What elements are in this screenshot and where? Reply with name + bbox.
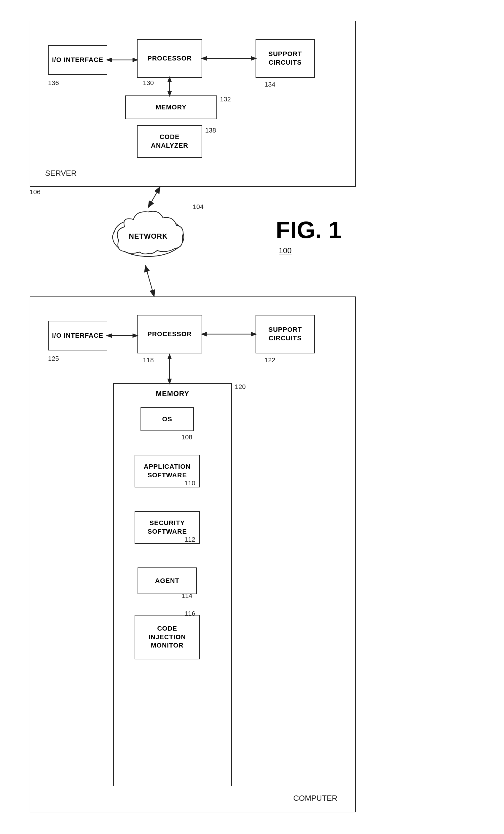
server-ref: 106 [30, 188, 41, 196]
computer-io-ref: 125 [48, 355, 59, 363]
computer-io-interface: I/O INTERFACE [48, 321, 107, 350]
computer-proc-ref: 118 [143, 356, 154, 364]
fig1-ref: 100 [279, 246, 291, 255]
computer-cim-ref: 116 [184, 610, 195, 618]
computer-agent: AGENT [137, 568, 197, 594]
computer-app-ref: 110 [184, 479, 195, 487]
computer-memory-box: MEMORY OS APPLICATION SOFTWARE SECURITY … [113, 383, 232, 786]
computer-label: COMPUTER [293, 794, 337, 803]
computer-support-circuits: SUPPORT CIRCUITS [256, 315, 315, 353]
server-support-circuits: SUPPORT CIRCUITS [256, 39, 315, 78]
server-io-ref: 136 [48, 79, 59, 87]
server-supp-ref: 134 [264, 81, 276, 88]
computer-memory-label: MEMORY [114, 390, 231, 398]
network-cloud-container: NETWORK [107, 204, 190, 265]
fig1-label: FIG. 1 [276, 216, 342, 244]
server-code-analyzer: CODE ANALYZER [137, 125, 202, 158]
computer-box: I/O INTERFACE 125 PROCESSOR 118 SUPPORT … [30, 297, 356, 812]
network-cloud-svg: NETWORK [107, 204, 190, 264]
computer-sec-ref: 112 [184, 536, 195, 544]
computer-processor: PROCESSOR [137, 315, 202, 353]
server-proc-ref: 130 [143, 79, 154, 87]
network-ref: 104 [193, 203, 204, 211]
computer-agent-ref: 114 [181, 592, 192, 600]
computer-supp-ref: 122 [264, 356, 276, 364]
server-mem-ref: 132 [220, 95, 231, 103]
server-box: I/O INTERFACE 136 PROCESSOR 130 SUPPORT … [30, 21, 356, 187]
computer-code-injection-monitor: CODE INJECTION MONITOR [135, 615, 200, 659]
server-io-interface: I/O INTERFACE [48, 45, 107, 75]
server-processor: PROCESSOR [137, 39, 202, 78]
server-ca-ref: 138 [205, 127, 216, 134]
network-computer-arrow [145, 265, 154, 297]
server-label: SERVER [45, 169, 76, 178]
computer-os: OS [140, 408, 194, 431]
computer-os-ref: 108 [181, 434, 192, 441]
computer-mem-ref: 120 [235, 383, 246, 391]
page: I/O INTERFACE 136 PROCESSOR 130 SUPPORT … [21, 12, 483, 827]
server-memory: MEMORY [125, 95, 217, 119]
network-label: NETWORK [129, 232, 168, 240]
